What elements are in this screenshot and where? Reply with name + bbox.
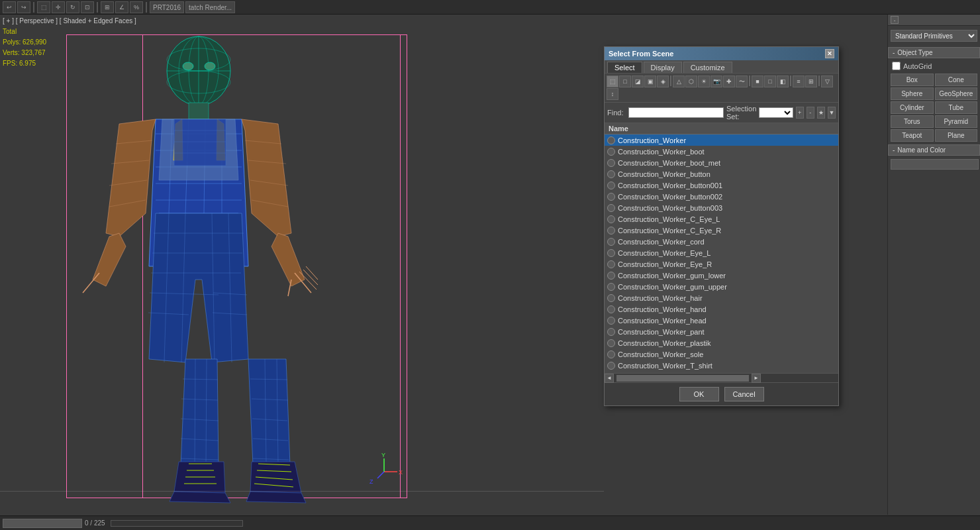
- ok-button[interactable]: OK: [679, 387, 719, 401]
- obj-btn-pyramid[interactable]: Pyramid: [935, 115, 978, 128]
- tool-btn-helpers[interactable]: ✚: [723, 76, 735, 87]
- tool-btn-cameras[interactable]: 📷: [710, 76, 722, 87]
- find-label: Find:: [607, 109, 626, 117]
- tool-btn-select-all[interactable]: ■: [752, 76, 763, 87]
- tool-btn-all[interactable]: ⬚: [607, 76, 618, 87]
- list-item-icon: [607, 339, 615, 347]
- list-item[interactable]: Construction_Worker_button002: [605, 191, 838, 202]
- tab-display[interactable]: Display: [644, 62, 682, 73]
- selection-set-label: Selection Set:: [726, 105, 756, 121]
- tool-btn-spacewarps[interactable]: 〜: [736, 76, 748, 87]
- list-item[interactable]: Construction_Worker_Eye_R: [605, 258, 838, 270]
- list-item-icon: [607, 238, 615, 246]
- list-item[interactable]: Construction_Worker_C_Eye_L: [605, 213, 838, 225]
- tool-btn-geometry[interactable]: △: [673, 76, 685, 87]
- dialog-close-button[interactable]: ✕: [825, 49, 834, 58]
- dialog-toolbar: ⬚ □ ◪ ▣ ◈ △ ⬡ ☀ 📷 ✚ 〜 ■ □ ◧ ≡ ⊞ ▽ ↕: [605, 74, 838, 103]
- toolbar-btn-rotate[interactable]: ↻: [66, 1, 79, 13]
- list-item[interactable]: Construction_Worker_gum_upper: [605, 281, 838, 292]
- scroll-left-arrow[interactable]: ◄: [605, 374, 614, 383]
- list-item[interactable]: Construction_Worker_cord: [605, 236, 838, 247]
- tool-btn-remove-set[interactable]: -: [807, 107, 814, 119]
- tool-btn-filter-icon[interactable]: ▽: [821, 76, 833, 87]
- list-item-icon: [607, 294, 615, 302]
- toolbar-btn-snap[interactable]: ⊞: [101, 1, 114, 13]
- name-color-row: [888, 157, 980, 172]
- cancel-button[interactable]: Cancel: [724, 387, 764, 401]
- list-item[interactable]: Construction_Worker_pant: [605, 326, 838, 337]
- scroll-right-arrow[interactable]: ►: [752, 374, 761, 383]
- tool-btn-highlight-set[interactable]: ★: [817, 107, 825, 119]
- find-input[interactable]: [628, 107, 724, 118]
- tool-btn-none[interactable]: □: [619, 76, 631, 87]
- obj-btn-teapot[interactable]: Teapot: [891, 129, 934, 142]
- toolbar-btn-percent[interactable]: %: [130, 1, 143, 13]
- dialog-tabs: Select Display Customize: [605, 60, 838, 74]
- primitives-dropdown[interactable]: Standard Primitives: [891, 30, 977, 42]
- list-item[interactable]: Construction_Worker_hand: [605, 303, 838, 315]
- list-item[interactable]: Construction_Worker: [605, 134, 838, 146]
- name-color-collapse[interactable]: -: [893, 146, 895, 154]
- tool-btn-list-view[interactable]: ≡: [793, 76, 805, 87]
- obj-btn-cylinder[interactable]: Cylinder: [891, 101, 934, 114]
- right-panel-collapse[interactable]: -: [891, 16, 899, 24]
- obj-btn-tube[interactable]: Tube: [935, 101, 978, 114]
- list-item[interactable]: Construction_Worker_Eye_L: [605, 247, 838, 258]
- list-item[interactable]: Construction_Worker_gum_lower: [605, 270, 838, 281]
- list-item[interactable]: Construction_Worker_boot_met: [605, 157, 838, 168]
- toolbar-version: PRT2016: [150, 1, 184, 13]
- obj-btn-cone[interactable]: Cone: [935, 74, 978, 86]
- tool-btn-invert[interactable]: ◪: [632, 76, 644, 87]
- obj-btn-torus[interactable]: Torus: [891, 115, 934, 128]
- obj-btn-sphere[interactable]: Sphere: [891, 87, 934, 100]
- tool-btn-options[interactable]: ▼: [828, 107, 836, 119]
- list-item[interactable]: Construction_Worker_button001: [605, 180, 838, 191]
- obj-btn-box[interactable]: Box: [891, 74, 934, 86]
- list-item-label: Construction_Worker_Eye_L: [618, 249, 710, 257]
- list-item[interactable]: Construction_Worker_head: [605, 315, 838, 326]
- selection-set-dropdown[interactable]: [759, 107, 793, 118]
- obj-btn-plane[interactable]: Plane: [935, 129, 978, 142]
- list-item[interactable]: Construction_Worker_boot: [605, 146, 838, 157]
- toolbar-btn-select[interactable]: ⬚: [37, 1, 50, 13]
- tool-btn-add-set[interactable]: +: [796, 107, 804, 119]
- obj-btn-geosphere[interactable]: GeoSphere: [935, 87, 978, 100]
- tool-btn-filter1[interactable]: ▣: [644, 76, 656, 87]
- svg-line-66: [377, 472, 384, 478]
- toolbar-btn-angle[interactable]: ∠: [115, 1, 128, 13]
- list-item-label: Construction_Worker_button001: [618, 182, 722, 189]
- list-item-label: Construction_Worker: [618, 136, 686, 144]
- list-item[interactable]: Construction_Worker_T_shirt: [605, 360, 838, 371]
- svg-text:Y: Y: [381, 452, 385, 458]
- tool-btn-select-invert[interactable]: ◧: [777, 76, 789, 87]
- scroll-thumb-h[interactable]: [616, 375, 749, 382]
- tool-btn-lights[interactable]: ☀: [698, 76, 710, 87]
- list-item-label: Construction_Worker_plastik: [618, 339, 710, 347]
- list-item[interactable]: Construction_Worker_C_Eye_R: [605, 225, 838, 236]
- list-item[interactable]: Construction_Worker_hair: [605, 292, 838, 303]
- dialog-titlebar: Select From Scene ✕: [605, 47, 838, 60]
- toolbar-btn-scale[interactable]: ⊡: [81, 1, 94, 13]
- list-item[interactable]: Construction_Worker_plastik: [605, 337, 838, 348]
- tool-btn-select-none[interactable]: □: [764, 76, 776, 87]
- h-scrollbar[interactable]: ◄ ►: [605, 373, 838, 382]
- dialog-list[interactable]: Construction_WorkerConstruction_Worker_b…: [605, 134, 838, 373]
- toolbar-btn-undo[interactable]: ↩: [3, 1, 16, 13]
- toolbar-btn-redo[interactable]: ↪: [17, 1, 30, 13]
- toolbar-btn-move[interactable]: ✛: [52, 1, 65, 13]
- list-item-icon: [607, 204, 615, 212]
- list-item[interactable]: Construction_Worker_button: [605, 168, 838, 180]
- tool-btn-shapes[interactable]: ⬡: [685, 76, 697, 87]
- name-input[interactable]: [891, 159, 979, 170]
- verts-label: Verts:: [3, 49, 20, 56]
- autogrid-checkbox[interactable]: [892, 62, 901, 70]
- dialog-title: Select From Scene: [609, 50, 673, 58]
- tab-customize[interactable]: Customize: [683, 62, 732, 73]
- tab-select[interactable]: Select: [607, 62, 642, 73]
- list-item[interactable]: Construction_Worker_sole: [605, 348, 838, 360]
- object-type-collapse[interactable]: -: [893, 49, 895, 56]
- tool-btn-filter2[interactable]: ◈: [657, 76, 669, 87]
- tool-btn-expand[interactable]: ↕: [607, 88, 618, 100]
- list-item[interactable]: Construction_Worker_button003: [605, 202, 838, 213]
- tool-btn-icon-view[interactable]: ⊞: [805, 76, 817, 87]
